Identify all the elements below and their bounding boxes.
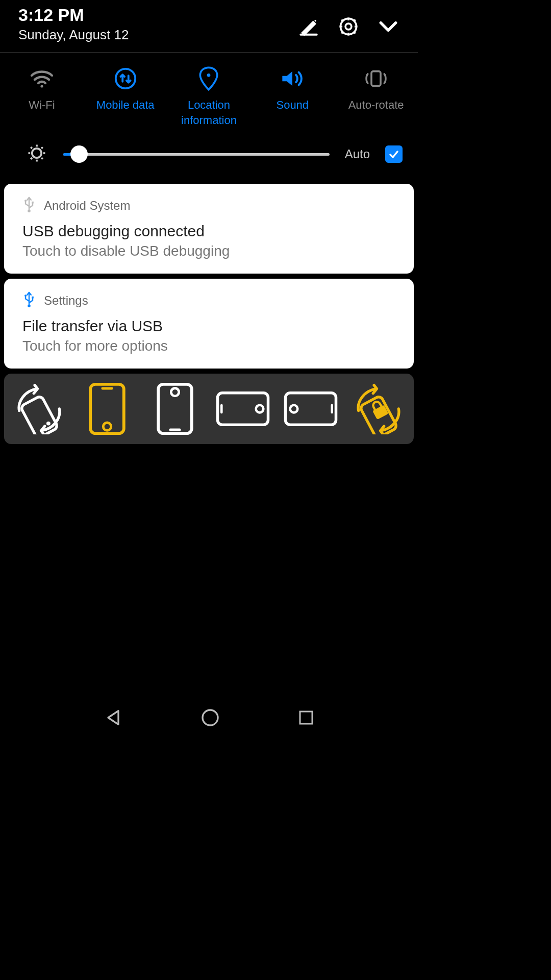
svg-point-5: [207, 74, 211, 77]
qs-label: Sound: [276, 97, 309, 113]
header-actions: [297, 15, 399, 38]
svg-point-10: [28, 210, 31, 213]
svg-rect-6: [371, 71, 381, 86]
notification-title: File transfer via USB: [22, 317, 395, 335]
svg-rect-21: [169, 429, 181, 431]
notification-card[interactable]: Android System USB debugging connected T…: [4, 184, 414, 274]
svg-point-8: [24, 200, 27, 202]
settings-icon[interactable]: [337, 15, 360, 38]
auto-brightness-checkbox[interactable]: [385, 145, 403, 163]
edit-icon[interactable]: [297, 15, 320, 38]
notification-app: Android System: [44, 199, 130, 213]
header-time-date: 3:12 PM Sunday, August 12: [18, 5, 129, 43]
svg-rect-27: [331, 404, 333, 413]
qs-tile-mobile-data[interactable]: Mobile data: [84, 67, 167, 113]
svg-rect-14: [20, 396, 59, 434]
status-header: 3:12 PM Sunday, August 12: [0, 0, 418, 53]
brightness-row: Auto: [0, 137, 418, 182]
wifi-icon: [29, 67, 55, 90]
svg-rect-22: [218, 393, 268, 425]
auto-brightness-label: Auto: [345, 147, 370, 161]
qs-label: Mobile data: [96, 97, 155, 113]
svg-point-13: [28, 305, 31, 308]
svg-point-24: [256, 405, 264, 413]
recents-button[interactable]: [297, 708, 315, 729]
qs-tile-location[interactable]: Location information: [167, 67, 251, 128]
svg-point-1: [345, 23, 352, 30]
svg-point-31: [203, 710, 218, 725]
clock-time: 3:12 PM: [18, 5, 129, 25]
notification-subtitle: Touch for more options: [22, 338, 395, 354]
svg-point-11: [24, 295, 27, 297]
slider-thumb[interactable]: [70, 145, 88, 163]
landscape-right-icon[interactable]: [215, 381, 271, 437]
auto-rotate-icon: [362, 67, 390, 90]
svg-rect-12: [32, 297, 34, 299]
qs-label: Auto-rotate: [348, 97, 404, 113]
svg-point-3: [40, 85, 43, 87]
svg-point-26: [290, 405, 298, 413]
notification-card[interactable]: Settings File transfer via USB Touch for…: [4, 279, 414, 369]
svg-point-0: [314, 20, 316, 22]
qs-tile-sound[interactable]: Sound: [251, 67, 334, 113]
qs-tile-auto-rotate[interactable]: Auto-rotate: [334, 67, 418, 113]
clock-date: Sunday, August 12: [18, 27, 129, 43]
svg-rect-16: [90, 384, 124, 433]
svg-point-15: [46, 422, 51, 426]
notification-app: Settings: [44, 293, 88, 308]
brightness-icon: [26, 142, 48, 166]
svg-rect-17: [101, 387, 113, 390]
orientation-bar: [4, 374, 414, 444]
svg-point-2: [340, 18, 356, 34]
svg-rect-25: [286, 393, 336, 425]
qs-tile-wifi[interactable]: Wi-Fi: [0, 67, 84, 113]
mobile-data-icon: [114, 67, 137, 90]
notification-header: Android System: [22, 196, 395, 215]
slider-track: [63, 153, 330, 156]
rotate-lock-icon[interactable]: [350, 381, 407, 437]
notification-subtitle: Touch to disable USB debugging: [22, 243, 395, 259]
usb-icon: [22, 291, 36, 310]
home-button[interactable]: [200, 707, 220, 730]
svg-point-20: [171, 388, 179, 396]
qs-label: Location information: [167, 97, 251, 128]
svg-rect-9: [32, 202, 34, 204]
svg-point-7: [32, 149, 41, 158]
svg-marker-30: [108, 711, 118, 725]
quick-settings-row: Wi-Fi Mobile data Location information: [0, 53, 418, 137]
portrait-up-icon[interactable]: [79, 381, 135, 437]
notification-header: Settings: [22, 291, 395, 310]
back-button[interactable]: [103, 707, 123, 730]
sound-icon: [280, 67, 305, 90]
svg-rect-23: [220, 404, 223, 413]
svg-point-4: [116, 69, 135, 88]
landscape-left-icon[interactable]: [283, 381, 339, 437]
qs-label: Wi-Fi: [29, 97, 55, 113]
portrait-down-icon[interactable]: [147, 381, 203, 437]
usb-icon: [22, 196, 36, 215]
navigation-bar: [0, 694, 418, 743]
svg-rect-19: [158, 384, 192, 433]
collapse-icon[interactable]: [377, 15, 399, 38]
location-icon: [198, 67, 219, 90]
svg-point-18: [103, 423, 111, 430]
notification-title: USB debugging connected: [22, 223, 395, 240]
svg-rect-32: [300, 712, 312, 724]
rotate-auto-icon[interactable]: [11, 381, 67, 437]
brightness-slider[interactable]: [63, 144, 330, 164]
